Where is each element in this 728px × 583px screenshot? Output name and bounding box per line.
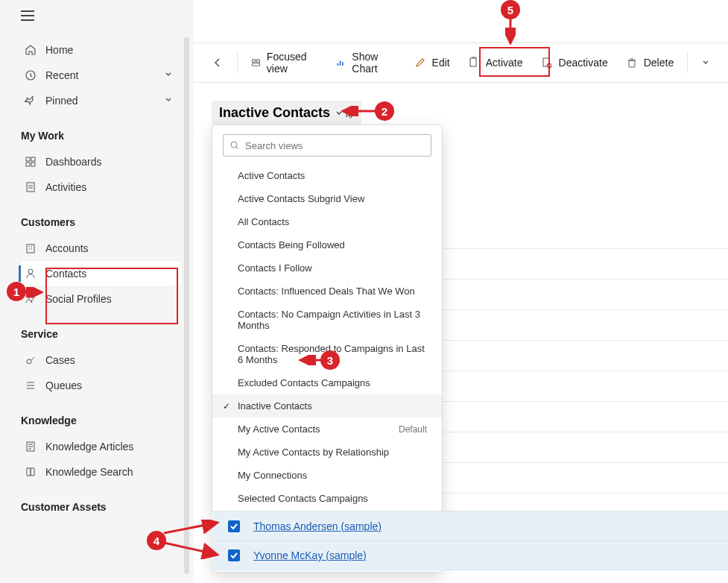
view-option[interactable]: Contacts: Influenced Deals That We Won [212,280,442,303]
search-field[interactable] [245,140,425,151]
svg-point-10 [27,359,31,364]
svg-line-27 [164,543,218,555]
view-title: Inactive Contacts [219,105,330,121]
default-badge: Default [399,424,427,435]
view-option-label: Selected Contacts Campaigns [238,493,368,504]
view-option[interactable]: My Active ContactsDefault [212,417,442,441]
nav-home[interactable]: Home [21,37,182,63]
back-button[interactable] [204,50,231,75]
article-icon [24,441,37,453]
nav-label: Activities [45,181,86,193]
svg-rect-3 [26,163,30,166]
chevron-down-icon [701,58,710,67]
view-option-label: Contacts: Influenced Deals That We Won [238,286,415,297]
nav-knowledge-search[interactable]: Knowledge Search [21,459,182,485]
view-option[interactable]: Inactive Contacts [212,394,442,417]
cases-icon [24,354,37,366]
chevron-down-icon [164,69,173,81]
svg-rect-1 [26,157,30,161]
svg-rect-12 [252,60,255,62]
search-views-input[interactable] [223,134,431,157]
nav-knowledge-articles[interactable]: Knowledge Articles [21,434,182,459]
nav-label: Accounts [45,242,89,254]
record-link[interactable]: Thomas Andersen (sample) [253,520,382,532]
table-row[interactable]: Thomas Andersen (sample) [212,511,728,541]
activities-icon [24,181,37,193]
annotation-marker-5: 5 [501,0,520,19]
cmd-label: Delete [644,57,674,69]
table-row[interactable]: Yvonne McKay (sample) [212,541,728,570]
edit-icon [414,57,426,69]
view-option[interactable]: Selected Contacts Campaigns [212,487,442,510]
main-content: Inactive Contacts Active ContactsActive … [194,83,728,583]
nav-queues[interactable]: Queues [21,373,182,398]
nav-activities[interactable]: Activities [21,174,182,200]
home-icon [24,44,37,56]
focused-view-icon [251,57,261,69]
nav-label: Social Profiles [45,293,112,305]
delete-button[interactable]: Delete [618,50,681,75]
deactivate-button[interactable]: Deactivate [534,50,615,75]
chart-icon [336,57,346,69]
activate-button[interactable]: Activate [460,50,531,75]
nav-dashboards[interactable]: Dashboards [21,149,182,174]
cmd-label: Edit [432,57,450,69]
nav-label: Dashboards [45,156,102,168]
scrollbar[interactable] [184,37,189,574]
queues-icon [24,379,37,391]
nav-label: Knowledge Articles [45,441,133,453]
nav-cases[interactable]: Cases [21,347,182,373]
view-option[interactable]: My Connections [212,464,442,487]
annotation-marker-1: 1 [7,282,26,301]
svg-rect-2 [31,157,35,161]
section-my-work: My Work [21,130,182,142]
row-checkbox[interactable] [228,549,240,561]
show-chart-button[interactable]: Show Chart [329,50,403,75]
cmd-label: Show Chart [352,51,396,75]
view-option[interactable]: Active Contacts Subgrid View [212,187,442,210]
view-option[interactable]: Contacts: No Campaign Activities in Last… [212,303,442,337]
svg-point-7 [28,269,33,274]
annotation-marker-3: 3 [320,350,340,370]
search-icon [230,140,240,151]
activate-icon [468,57,480,69]
delete-icon [626,57,638,69]
section-customers: Customers [21,216,182,228]
nav-accounts[interactable]: Accounts [21,236,182,261]
svg-rect-4 [31,163,35,166]
nav-label: Knowledge Search [45,466,133,478]
view-option[interactable]: Excluded Contacts Campaigns [212,371,442,394]
view-option-label: Contacts Being Followed [238,239,345,250]
row-checkbox[interactable] [228,520,240,532]
section-service: Service [21,328,182,340]
record-link[interactable]: Yvonne McKay (sample) [253,549,367,561]
nav-pinned[interactable]: Pinned [21,88,182,113]
hamburger-icon[interactable] [21,10,34,21]
svg-point-18 [231,142,237,148]
nav-contacts[interactable]: Contacts [21,261,182,286]
deactivate-icon [541,57,553,69]
view-option[interactable]: Contacts Being Followed [212,233,442,256]
view-option[interactable]: Active Contacts [212,164,442,187]
more-commands-button[interactable] [694,50,718,75]
cmd-label: Focused view [267,51,319,75]
nav-label: Pinned [45,95,78,107]
svg-rect-13 [256,60,259,62]
pin-icon [24,95,37,107]
dashboard-icon [24,156,37,168]
annotation-marker-4: 4 [147,531,166,550]
nav-recent[interactable]: Recent [21,63,182,88]
view-option[interactable]: Contacts I Follow [212,256,442,280]
view-dropdown: Active ContactsActive Contacts Subgrid V… [212,125,443,573]
view-option[interactable]: All Contacts [212,210,442,233]
view-option-label: Inactive Contacts [238,400,312,412]
svg-rect-14 [252,63,259,66]
nav-label: Recent [45,69,78,81]
view-option-label: Active Contacts Subgrid View [238,193,364,204]
arrow-left-icon [212,57,224,69]
edit-button[interactable]: Edit [407,50,458,75]
focused-view-button[interactable]: Focused view [244,50,326,75]
nav-label: Home [45,44,73,56]
view-option-label: All Contacts [238,216,289,227]
view-option[interactable]: My Active Contacts by Relationship [212,441,442,464]
